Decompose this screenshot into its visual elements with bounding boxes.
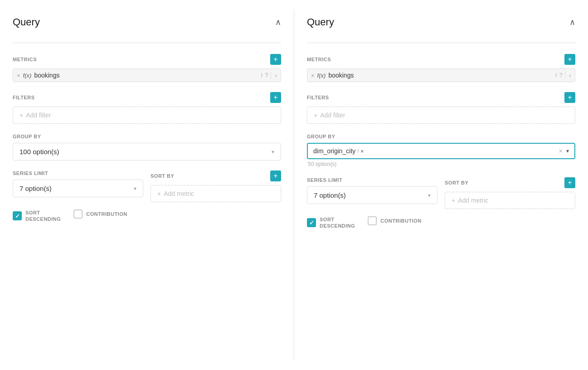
left-series-limit-value: 7 option(s)	[19, 185, 52, 192]
left-sort-desc-row: SORTDESCENDING	[13, 209, 61, 223]
left-groupby-select[interactable]: 100 option(s) ▾	[13, 143, 281, 161]
left-sortby-label: SORT BY	[151, 173, 174, 179]
right-groupby-tag-name: dim_origin_city	[313, 147, 355, 155]
right-sort-desc-checkbox[interactable]	[307, 218, 316, 227]
right-series-limit-value: 7 option(s)	[314, 191, 346, 199]
right-groupby-header: GROUP BY	[307, 134, 575, 139]
left-bottom-row: SERIES LIMIT 7 option(s) ▾ SORT BY + + A…	[13, 170, 281, 202]
left-sort-contribution-row: SORTDESCENDING CONTRIBUTION	[13, 209, 281, 223]
right-groupby-label: GROUP BY	[307, 134, 335, 139]
left-sortby-add-button[interactable]: +	[270, 170, 281, 181]
left-filters-add-button[interactable]: +	[270, 92, 281, 103]
left-filter-plus-icon: +	[19, 112, 23, 119]
left-groupby-header: GROUP BY	[13, 134, 281, 139]
right-panel: Query ∧ METRICS + × f(x) bookings i ? › …	[294, 9, 588, 361]
right-metric-name: bookings	[328, 72, 553, 79]
left-sort-desc-label: SORTDESCENDING	[25, 209, 61, 223]
right-sortby-add-button[interactable]: +	[564, 177, 575, 188]
left-metric-question-icon[interactable]: ?	[265, 72, 268, 78]
right-collapse-button[interactable]: ∧	[569, 17, 575, 27]
right-groupby-dropdown-icon[interactable]: ▾	[566, 148, 569, 154]
left-metric-name: bookings	[34, 72, 258, 79]
right-sort-desc-label: SORTDESCENDING	[320, 216, 355, 229]
left-series-limit-dropdown-icon: ▾	[134, 185, 136, 192]
left-groupby-section: GROUP BY 100 option(s) ▾	[13, 134, 281, 161]
right-panel-title: Query	[307, 16, 334, 28]
left-metrics-section: METRICS + × f(x) bookings i ? ›	[13, 54, 281, 82]
right-groupby-selected-box: dim_origin_city i × × ▾	[307, 143, 575, 159]
right-series-limit-label: SERIES LIMIT	[307, 177, 342, 183]
right-bottom-row: SERIES LIMIT 7 option(s) ▾ SORT BY + + A…	[307, 177, 575, 209]
left-series-limit-section: SERIES LIMIT 7 option(s) ▾	[13, 170, 143, 202]
left-panel-header: Query ∧	[13, 16, 281, 34]
left-add-metric-placeholder: Add metric	[164, 190, 194, 197]
right-sort-contribution-row: SORTDESCENDING CONTRIBUTION	[307, 216, 575, 229]
left-panel: Query ∧ METRICS + × f(x) bookings i ? › …	[0, 9, 294, 361]
right-metrics-add-button[interactable]: +	[564, 54, 575, 65]
left-sortby-section: SORT BY + + Add metric	[151, 170, 281, 202]
right-groupby-option-count: 50 option(s)	[307, 161, 575, 167]
right-metric-question-icon[interactable]: ?	[559, 72, 563, 78]
right-panel-header: Query ∧	[307, 16, 575, 34]
right-add-filter-box[interactable]: + Add filter	[307, 107, 575, 124]
right-series-limit-header: SERIES LIMIT	[307, 177, 437, 183]
right-groupby-info-icon[interactable]: i	[357, 148, 359, 154]
right-groupby-section: GROUP BY dim_origin_city i × × ▾ 50 opti…	[307, 134, 575, 167]
right-add-metric-box[interactable]: + Add metric	[445, 192, 575, 209]
left-metric-arrow-icon[interactable]: ›	[271, 72, 277, 79]
right-series-limit-select[interactable]: 7 option(s) ▾	[307, 186, 437, 204]
left-sortby-header: SORT BY +	[151, 170, 281, 181]
left-filter-placeholder: Add filter	[26, 112, 51, 119]
right-groupby-tag-close-icon[interactable]: ×	[360, 148, 364, 155]
right-metrics-label: METRICS	[307, 57, 331, 62]
right-series-limit-section: SERIES LIMIT 7 option(s) ▾	[307, 177, 437, 209]
left-groupby-dropdown-icon: ▾	[272, 149, 274, 155]
left-panel-title: Query	[13, 16, 40, 28]
right-metric-arrow-icon[interactable]: ›	[565, 72, 571, 79]
left-filters-header: FILTERS +	[13, 92, 281, 103]
right-filter-placeholder: Add filter	[320, 112, 345, 119]
left-add-metric-box[interactable]: + Add metric	[151, 185, 281, 202]
left-divider	[13, 43, 281, 43]
right-filters-section: FILTERS + + Add filter	[307, 92, 575, 124]
right-contribution-checkbox[interactable]	[368, 216, 377, 225]
left-metrics-label: METRICS	[13, 57, 37, 62]
left-metric-fx-icon: f(x)	[23, 72, 32, 79]
right-add-metric-placeholder: Add metric	[458, 197, 488, 204]
left-add-metric-plus-icon: +	[157, 190, 161, 197]
right-metric-row: × f(x) bookings i ? ›	[307, 68, 575, 82]
left-series-limit-select[interactable]: 7 option(s) ▾	[13, 180, 143, 197]
left-filters-section: FILTERS + + Add filter	[13, 92, 281, 124]
left-filters-label: FILTERS	[13, 95, 35, 100]
right-filters-label: FILTERS	[307, 95, 329, 100]
left-metrics-header: METRICS +	[13, 54, 281, 65]
left-series-limit-header: SERIES LIMIT	[13, 170, 143, 176]
left-contribution-label: CONTRIBUTION	[86, 211, 127, 217]
right-metrics-section: METRICS + × f(x) bookings i ? ›	[307, 54, 575, 82]
left-metric-close-icon[interactable]: ×	[17, 72, 20, 79]
right-contribution-row: CONTRIBUTION	[368, 216, 421, 225]
right-add-metric-plus-icon: +	[452, 197, 455, 204]
right-filters-add-button[interactable]: +	[564, 92, 575, 103]
right-metrics-header: METRICS +	[307, 54, 575, 65]
left-series-limit-label: SERIES LIMIT	[13, 170, 48, 176]
left-metric-info-icon[interactable]: i	[261, 72, 262, 78]
left-contribution-row: CONTRIBUTION	[73, 209, 127, 219]
right-metric-close-icon[interactable]: ×	[311, 72, 315, 79]
right-filters-header: FILTERS +	[307, 92, 575, 103]
left-contribution-checkbox[interactable]	[73, 209, 83, 219]
right-groupby-clear-icon[interactable]: ×	[559, 147, 563, 155]
right-divider	[307, 43, 575, 43]
right-groupby-tag: dim_origin_city i ×	[313, 147, 555, 155]
right-sortby-header: SORT BY +	[445, 177, 575, 188]
left-add-filter-box[interactable]: + Add filter	[13, 107, 281, 124]
left-sort-desc-checkbox[interactable]	[13, 211, 22, 220]
right-sortby-section: SORT BY + + Add metric	[445, 177, 575, 209]
right-series-limit-dropdown-icon: ▾	[428, 192, 431, 199]
right-metric-info-icon[interactable]: i	[555, 72, 557, 78]
right-filter-plus-icon: +	[314, 112, 317, 119]
left-groupby-label: GROUP BY	[13, 134, 41, 139]
left-collapse-button[interactable]: ∧	[275, 17, 281, 27]
left-metrics-add-button[interactable]: +	[270, 54, 281, 65]
right-sortby-label: SORT BY	[445, 180, 468, 185]
